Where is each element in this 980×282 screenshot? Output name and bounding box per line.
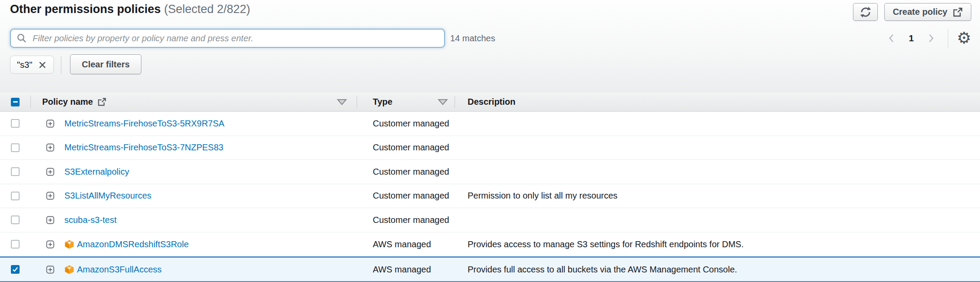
- policy-type: Customer managed: [373, 119, 449, 129]
- policy-name-link[interactable]: MetricStreams-FirehoseToS3-7NZPES83: [64, 143, 224, 153]
- policy-name-link[interactable]: S3Externalpolicy: [64, 167, 129, 177]
- expand-policy-icon[interactable]: [46, 168, 54, 176]
- refresh-button[interactable]: [853, 3, 878, 21]
- table-row[interactable]: S3Externalpolicy Customer managed: [0, 160, 980, 184]
- row-checkbox[interactable]: [11, 240, 20, 249]
- policy-description: Provides full access to all buckets via …: [468, 265, 737, 275]
- table-row[interactable]: MetricStreams-FirehoseToS3-5RX9R7SA Cust…: [0, 112, 980, 136]
- settings-gear-icon[interactable]: ⚙: [957, 29, 971, 48]
- policy-type: Customer managed: [373, 143, 449, 153]
- policy-type: AWS managed: [373, 265, 431, 275]
- iam-policies-screen: { "header": { "title": "Other permission…: [0, 0, 980, 282]
- page-title-text: Other permissions policies: [10, 3, 161, 16]
- refresh-icon: [859, 6, 872, 19]
- policy-description: Permission to only list all my resources: [468, 191, 618, 201]
- expand-policy-icon[interactable]: [46, 216, 54, 224]
- aws-managed-icon: [64, 265, 74, 275]
- chip-divider: [61, 56, 61, 74]
- expand-policy-icon[interactable]: [46, 119, 54, 128]
- chevron-right-icon[interactable]: [925, 32, 937, 45]
- policy-type: Customer managed: [373, 215, 449, 225]
- table-row[interactable]: AmazonDMSRedshiftS3Role AWS managed Prov…: [0, 232, 980, 257]
- row-checkbox[interactable]: [11, 265, 20, 274]
- create-policy-label: Create policy: [893, 7, 947, 17]
- aws-managed-icon: [64, 239, 74, 249]
- table-row[interactable]: scuba-s3-test Customer managed: [0, 208, 980, 232]
- clear-filters-button[interactable]: Clear filters: [70, 54, 141, 74]
- policy-type: AWS managed: [373, 239, 431, 249]
- chevron-left-icon[interactable]: [885, 32, 897, 45]
- expand-policy-icon[interactable]: [46, 240, 54, 249]
- expand-policy-icon[interactable]: [46, 265, 54, 274]
- match-count: 14 matches: [450, 29, 495, 48]
- expand-policy-icon[interactable]: [46, 143, 54, 152]
- policy-name-filter-icon[interactable]: [337, 98, 347, 106]
- chip-remove-icon[interactable]: [38, 60, 47, 70]
- type-filter-icon[interactable]: [438, 98, 448, 106]
- table-header-row: Policy name Type Description: [0, 93, 980, 112]
- filter-chip-s3: "s3": [10, 56, 54, 74]
- policy-name-link[interactable]: AmazonS3FullAccess: [77, 265, 162, 275]
- external-link-icon: [97, 97, 107, 106]
- policy-name-link[interactable]: S3ListAllMyResources: [64, 191, 151, 201]
- pagination: 1 ⚙: [885, 29, 971, 48]
- policy-name-link[interactable]: AmazonDMSRedshiftS3Role: [77, 239, 189, 249]
- page-title: Other permissions policies (Selected 2/8…: [10, 3, 250, 16]
- table-body: MetricStreams-FirehoseToS3-5RX9R7SA Cust…: [0, 112, 980, 282]
- row-checkbox[interactable]: [11, 216, 20, 224]
- policy-description: Provides access to manage S3 settings fo…: [468, 239, 744, 249]
- policy-type: Customer managed: [373, 191, 449, 201]
- expand-policy-icon[interactable]: [46, 192, 54, 200]
- column-header-description: Description: [468, 97, 515, 107]
- row-checkbox[interactable]: [11, 119, 20, 128]
- row-checkbox[interactable]: [11, 167, 20, 176]
- row-checkbox[interactable]: [11, 192, 20, 200]
- policy-type: Customer managed: [373, 167, 449, 177]
- policy-name-link[interactable]: MetricStreams-FirehoseToS3-5RX9R7SA: [64, 119, 224, 129]
- table-row[interactable]: S3ListAllMyResources Customer managed Pe…: [0, 184, 980, 209]
- toolbar-section: Other permissions policies (Selected 2/8…: [0, 0, 980, 93]
- selected-count: (Selected 2/822): [164, 3, 250, 16]
- header-actions: Create policy: [853, 3, 971, 21]
- filter-chip-label: "s3": [17, 60, 32, 70]
- create-policy-button[interactable]: Create policy: [884, 3, 971, 21]
- external-link-icon: [953, 7, 963, 17]
- search-input[interactable]: [32, 33, 438, 44]
- pagination-divider: [948, 29, 948, 48]
- policies-table: Policy name Type Description: [0, 93, 980, 282]
- current-page: 1: [909, 33, 914, 43]
- row-checkbox[interactable]: [11, 143, 20, 152]
- select-all-checkbox[interactable]: [11, 98, 20, 106]
- table-row[interactable]: MetricStreams-FirehoseToS3-7NZPES83 Cust…: [0, 136, 980, 160]
- column-header-type: Type: [373, 97, 392, 107]
- filter-search-box[interactable]: [10, 29, 445, 48]
- column-header-policy-name: Policy name: [42, 97, 93, 107]
- table-row[interactable]: AmazonS3FullAccess AWS managed Provides …: [0, 256, 980, 282]
- search-icon: [17, 33, 27, 43]
- policy-name-link[interactable]: scuba-s3-test: [64, 215, 117, 225]
